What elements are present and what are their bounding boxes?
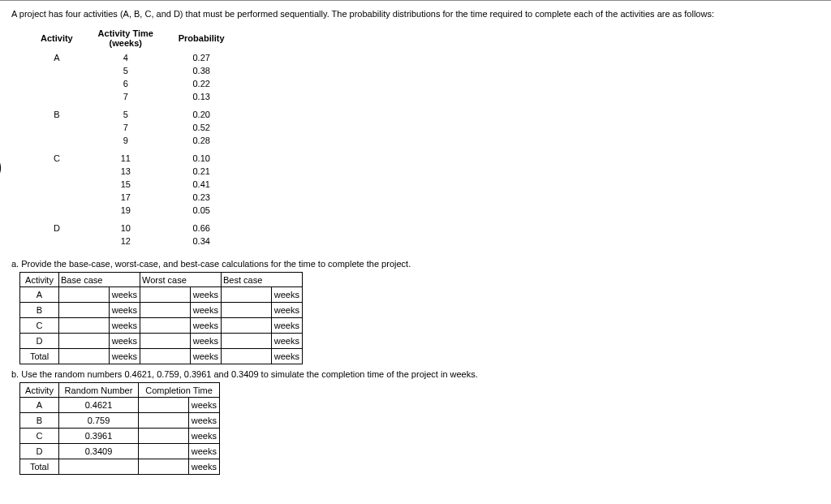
base-case-Total-unit: weeks xyxy=(110,349,140,364)
completion-B-input[interactable] xyxy=(139,413,189,428)
dist-time-cell: 11 xyxy=(81,147,170,165)
base-case-C-unit: weeks xyxy=(110,318,140,333)
dist-time-cell: 17 xyxy=(81,191,170,204)
dist-prob-cell: 0.20 xyxy=(170,103,233,121)
dist-time-cell: 15 xyxy=(81,178,170,191)
dist-time-cell: 4 xyxy=(81,51,170,64)
dist-header-activity: Activity xyxy=(32,27,81,51)
cases-activity-cell: B xyxy=(20,303,59,318)
dist-prob-cell: 0.13 xyxy=(170,90,233,103)
dist-prob-cell: 0.23 xyxy=(170,191,233,204)
base-case-A-unit: weeks xyxy=(110,287,140,302)
best-case-A-input[interactable] xyxy=(222,287,272,302)
sim-activity-cell: D xyxy=(20,444,59,459)
cases-header-worst: Worst case xyxy=(140,273,222,287)
problem-intro-text: A project has four activities (A, B, C, … xyxy=(11,9,823,19)
dist-prob-cell: 0.22 xyxy=(170,77,233,90)
completion-Total-input[interactable] xyxy=(139,459,189,474)
cases-activity-cell: D xyxy=(20,334,59,349)
dist-activity-cell xyxy=(32,235,81,248)
sim-activity-cell: C xyxy=(20,429,59,444)
sim-random-cell: 0.3409 xyxy=(59,444,139,459)
dist-activity-cell xyxy=(32,64,81,77)
dist-activity-cell: D xyxy=(32,217,81,235)
worst-case-C-input[interactable] xyxy=(140,318,191,333)
sim-header-completion: Completion Time xyxy=(139,383,220,398)
question-b-text: b. Use the random numbers 0.4621, 0.759,… xyxy=(11,369,823,379)
dist-activity-cell xyxy=(32,165,81,178)
dist-prob-cell: 0.21 xyxy=(170,165,233,178)
sim-activity-cell: A xyxy=(20,398,59,413)
dist-activity-cell: B xyxy=(32,103,81,121)
cases-table: Activity Base case Worst case Best case … xyxy=(19,272,303,364)
dist-time-cell: 12 xyxy=(81,235,170,248)
dist-activity-cell xyxy=(32,178,81,191)
best-case-D-input[interactable] xyxy=(222,334,272,348)
dist-time-cell: 5 xyxy=(81,64,170,77)
base-case-A-input[interactable] xyxy=(59,287,110,302)
cases-header-base: Base case xyxy=(59,273,140,287)
completion-D-input[interactable] xyxy=(139,444,189,459)
sim-header-random: Random Number xyxy=(59,383,139,398)
worst-case-B-input[interactable] xyxy=(140,303,191,317)
completion-Total-unit: weeks xyxy=(189,459,219,474)
dist-activity-cell: A xyxy=(32,51,81,64)
base-case-D-unit: weeks xyxy=(110,334,140,348)
dist-prob-cell: 0.28 xyxy=(170,134,233,147)
dist-activity-cell xyxy=(32,204,81,217)
worst-case-A-unit: weeks xyxy=(191,287,221,302)
sim-random-cell: 0.759 xyxy=(59,413,139,429)
best-case-C-unit: weeks xyxy=(272,318,302,333)
dist-prob-cell: 0.10 xyxy=(170,147,233,165)
dist-prob-cell: 0.27 xyxy=(170,51,233,64)
worst-case-Total-unit: weeks xyxy=(191,349,221,364)
side-paren-decor: ) xyxy=(0,154,2,179)
question-a-text: a. Provide the base-case, worst-case, an… xyxy=(11,259,823,269)
base-case-Total-input[interactable] xyxy=(59,349,110,364)
completion-B-unit: weeks xyxy=(189,413,219,428)
cases-header-best: Best case xyxy=(222,273,303,287)
worst-case-D-input[interactable] xyxy=(140,334,191,348)
best-case-Total-input[interactable] xyxy=(222,349,272,364)
worst-case-B-unit: weeks xyxy=(191,303,221,317)
completion-A-input[interactable] xyxy=(139,398,189,412)
cases-activity-cell: C xyxy=(20,318,59,334)
dist-time-cell: 10 xyxy=(81,217,170,235)
dist-activity-cell xyxy=(32,121,81,134)
best-case-Total-unit: weeks xyxy=(272,349,302,364)
dist-prob-cell: 0.41 xyxy=(170,178,233,191)
dist-prob-cell: 0.34 xyxy=(170,235,233,248)
cases-header-activity: Activity xyxy=(20,273,59,287)
base-case-B-input[interactable] xyxy=(59,303,110,317)
dist-prob-cell: 0.05 xyxy=(170,204,233,217)
dist-activity-cell xyxy=(32,90,81,103)
best-case-B-unit: weeks xyxy=(272,303,302,317)
dist-activity-cell xyxy=(32,191,81,204)
completion-A-unit: weeks xyxy=(189,398,219,412)
best-case-D-unit: weeks xyxy=(272,334,302,348)
best-case-C-input[interactable] xyxy=(222,318,272,333)
dist-time-cell: 7 xyxy=(81,90,170,103)
dist-activity-cell: C xyxy=(32,147,81,165)
dist-time-cell: 13 xyxy=(81,165,170,178)
cases-activity-cell: Total xyxy=(20,349,59,364)
dist-time-cell: 7 xyxy=(81,121,170,134)
dist-time-cell: 5 xyxy=(81,103,170,121)
completion-C-unit: weeks xyxy=(189,429,219,443)
best-case-A-unit: weeks xyxy=(272,287,302,302)
dist-header-prob: Probability xyxy=(170,27,233,51)
worst-case-Total-input[interactable] xyxy=(140,349,191,364)
dist-time-cell: 19 xyxy=(81,204,170,217)
completion-C-input[interactable] xyxy=(139,429,189,443)
sim-random-cell: 0.4621 xyxy=(59,398,139,413)
dist-activity-cell xyxy=(32,77,81,90)
best-case-B-input[interactable] xyxy=(222,303,272,317)
simulation-table: Activity Random Number Completion Time A… xyxy=(19,382,220,475)
sim-random-cell xyxy=(59,459,139,475)
base-case-D-input[interactable] xyxy=(59,334,110,348)
dist-prob-cell: 0.52 xyxy=(170,121,233,134)
dist-header-time: Activity Time(weeks) xyxy=(81,27,170,51)
completion-D-unit: weeks xyxy=(189,444,219,459)
worst-case-A-input[interactable] xyxy=(140,287,191,302)
base-case-C-input[interactable] xyxy=(59,318,110,333)
